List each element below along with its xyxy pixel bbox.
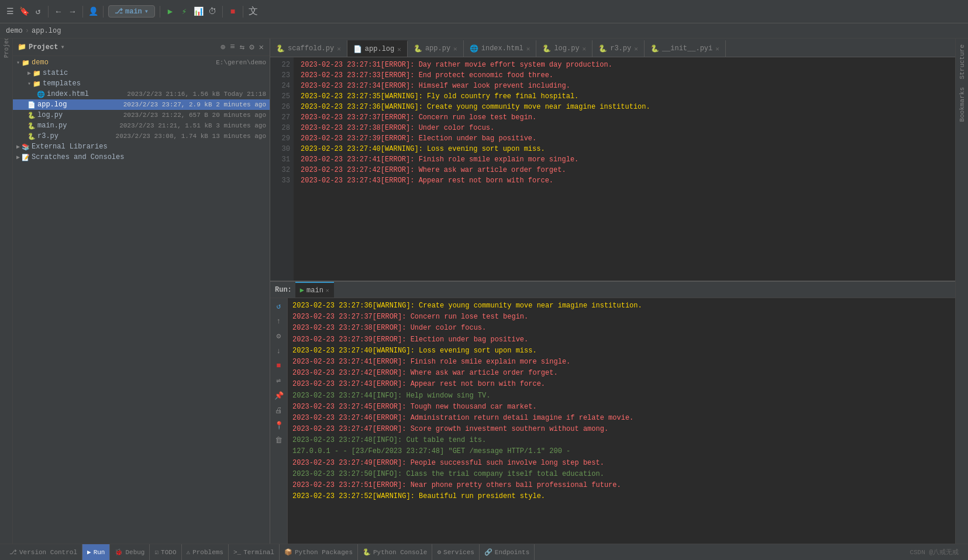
status-services[interactable]: ⚙ Services — [432, 544, 479, 560]
console-line-13: 2023-02-23 23:27:48[INFO]: Cut table ten… — [292, 435, 950, 446]
folder-icon: 📁 — [18, 43, 26, 51]
tab-r3-py-close[interactable]: ✕ — [634, 45, 638, 53]
sep4 — [160, 6, 160, 18]
tab-app-log[interactable]: 📄 app.log ✕ — [347, 40, 408, 57]
tree-scratches[interactable]: ▶ 📝 Scratches and Consoles — [13, 152, 270, 163]
stop-run-icon[interactable]: ■ — [275, 360, 283, 371]
status-python-console-label: Python Console — [373, 549, 427, 556]
breadcrumb-file[interactable]: app.log — [32, 27, 61, 35]
tree-root[interactable]: ▾ 📁 demo E:\geren\demo — [13, 57, 270, 68]
console-line-9: 2023-02-23 23:27:44[INFO]: Help window s… — [292, 390, 950, 402]
status-problems[interactable]: ⚠ Problems — [182, 544, 229, 560]
hamburger-icon[interactable]: ☰ — [5, 6, 15, 17]
settings-icon[interactable]: ⚙ — [248, 41, 255, 53]
pin-icon[interactable]: 📌 — [273, 390, 285, 402]
log-line-29: 2023-02-23 23:27:39[ERROR]: Election und… — [301, 133, 948, 144]
structure-panel-toggle[interactable]: Structure — [959, 41, 966, 82]
collapse-all-icon[interactable]: ≡ — [229, 41, 236, 53]
breadcrumb-project[interactable]: demo — [6, 27, 23, 35]
sep3 — [103, 6, 104, 18]
status-debug-label: Debug — [125, 549, 144, 556]
tab-scaffold-py-close[interactable]: ✕ — [337, 45, 341, 53]
tab-index-html-close[interactable]: ✕ — [526, 45, 530, 53]
settings-run-icon[interactable]: ⚙ — [275, 330, 283, 342]
wrap-icon[interactable]: ⇌ — [275, 375, 283, 386]
tab-init-pyi[interactable]: 🐍 __init__.pyi ✕ — [645, 40, 726, 57]
tab-init-pyi-close[interactable]: ✕ — [715, 45, 719, 53]
status-python-packages[interactable]: 📦 Python Packages — [280, 544, 358, 560]
status-endpoints[interactable]: 🔗 Endpoints — [480, 544, 535, 560]
branch-selector[interactable]: ⎇ main ▾ — [108, 5, 155, 18]
tree-r3-py[interactable]: 🐍 r3.py 2023/2/23 23:08, 1.74 kB 13 minu… — [13, 131, 270, 141]
locate-icon[interactable]: ⊕ — [219, 41, 226, 53]
status-vc-label: Version Control — [19, 549, 77, 556]
status-todo-label: TODO — [161, 549, 176, 556]
console-line-1: 2023-02-23 23:27:36[WARNING]: Create you… — [292, 300, 950, 312]
tree-app-log[interactable]: 📄 app.log 2023/2/23 23:27, 2.9 kB 2 minu… — [13, 99, 270, 110]
user-icon[interactable]: 👤 — [88, 6, 98, 17]
rerun-icon[interactable]: ↺ — [275, 300, 283, 312]
tab-app-py[interactable]: 🐍 app.py ✕ — [408, 40, 464, 57]
expand-icon[interactable]: ⇆ — [239, 41, 246, 53]
back-icon[interactable]: ← — [53, 6, 64, 17]
refresh-icon[interactable]: ↺ — [33, 6, 43, 17]
run-icon[interactable]: ▶ — [165, 6, 175, 17]
tab-index-html[interactable]: 🌐 index.html ✕ — [464, 40, 537, 57]
profile-icon[interactable]: ⏱ — [207, 6, 218, 17]
status-run[interactable]: ▶ Run — [82, 544, 110, 560]
tab-log-py-close[interactable]: ✕ — [583, 45, 587, 53]
log-line-24: 2023-02-23 23:27:34[ERROR]: Himself wear… — [301, 81, 948, 91]
pin2-icon[interactable]: 📍 — [273, 420, 285, 431]
scroll-down-icon[interactable]: ↓ — [275, 345, 283, 357]
run-label: Run: — [275, 286, 292, 294]
tab-app-log-close[interactable]: ✕ — [397, 46, 401, 53]
tab-scaffold-py[interactable]: 🐍 scaffold.py ✕ — [270, 40, 347, 57]
tree-log-py[interactable]: 🐍 log.py 2023/2/23 21:22, 657 B 20 minut… — [13, 110, 270, 120]
branch-name: main — [125, 8, 142, 16]
trash-icon[interactable]: 🗑 — [274, 435, 284, 446]
services-icon: ⚙ — [437, 548, 441, 556]
python-console-icon: 🐍 — [363, 548, 371, 556]
print-icon[interactable]: 🖨 — [274, 405, 284, 416]
tab-log-py[interactable]: 🐍 log.py ✕ — [536, 40, 592, 57]
scroll-up-icon[interactable]: ↑ — [275, 316, 283, 327]
bookmark-icon[interactable]: 🔖 — [19, 6, 29, 17]
log-line-27: 2023-02-23 23:27:37[ERROR]: Concern run … — [301, 112, 948, 123]
tab-r3-py[interactable]: 🐍 r3.py ✕ — [592, 40, 645, 57]
tree-templates[interactable]: ▾ 📁 templates — [13, 78, 270, 89]
tab-index-html-label: index.html — [481, 44, 523, 53]
status-terminal-label: Terminal — [243, 549, 274, 556]
log-line-31: 2023-02-23 23:27:41[ERROR]: Finish role … — [301, 154, 948, 165]
log-line-32: 2023-02-23 23:27:42[ERROR]: Where ask wa… — [301, 165, 948, 175]
console-line-8: 2023-02-23 23:27:43[ERROR]: Appear rest … — [292, 379, 950, 390]
tab-log-py-label: log.py — [554, 44, 579, 53]
console-line-18: 2023-02-23 23:27:52[WARNING]: Beautiful … — [292, 491, 950, 502]
tree-index-html[interactable]: 🌐 index.html 2023/2/23 21:16, 1.56 kB To… — [13, 89, 270, 99]
console-line-15: 2023-02-23 23:27:49[ERROR]: People succe… — [292, 458, 950, 469]
status-debug[interactable]: 🐞 Debug — [110, 544, 150, 560]
status-terminal[interactable]: >_ Terminal — [229, 544, 280, 560]
top-toolbar: ☰ 🔖 ↺ ← → 👤 ⎇ main ▾ ▶ ⚡ 📊 ⏱ ■ 文 — [0, 0, 968, 23]
project-icon[interactable]: Project — [2, 41, 11, 50]
code-area[interactable]: 2023-02-23 23:27:31[ERROR]: Day rather m… — [294, 57, 955, 281]
debug-run-icon[interactable]: ⚡ — [179, 6, 190, 17]
sidebar-title: 📁 Project ▾ — [18, 43, 217, 51]
tree-external-libs[interactable]: ▶ 📚 External Libraries — [13, 141, 270, 152]
stop-icon[interactable]: ■ — [228, 6, 238, 17]
run-tab-close[interactable]: ✕ — [326, 287, 329, 294]
log-line-33: 2023-02-23 23:27:43[ERROR]: Appear rest … — [301, 175, 948, 186]
console-output[interactable]: 2023-02-23 23:27:36[WARNING]: Create you… — [288, 298, 955, 544]
sidebar-title-text: Project — [29, 43, 58, 51]
status-python-console[interactable]: 🐍 Python Console — [358, 544, 432, 560]
tree-main-py[interactable]: 🐍 main.py 2023/2/23 21:21, 1.51 kB 3 min… — [13, 120, 270, 131]
translate-icon[interactable]: 文 — [248, 6, 259, 17]
bookmarks-panel-toggle[interactable]: Bookmarks — [959, 84, 966, 125]
run-tab-main[interactable]: ▶ main ✕ — [295, 282, 334, 298]
status-todo[interactable]: ☑ TODO — [150, 544, 181, 560]
forward-icon[interactable]: → — [67, 6, 78, 17]
status-version-control[interactable]: ⎇ Version Control — [5, 544, 82, 560]
tab-app-py-close[interactable]: ✕ — [453, 45, 457, 53]
coverage-icon[interactable]: 📊 — [193, 6, 204, 17]
tree-static[interactable]: ▶ 📁 static — [13, 68, 270, 78]
close-panel-icon[interactable]: ✕ — [258, 41, 265, 53]
